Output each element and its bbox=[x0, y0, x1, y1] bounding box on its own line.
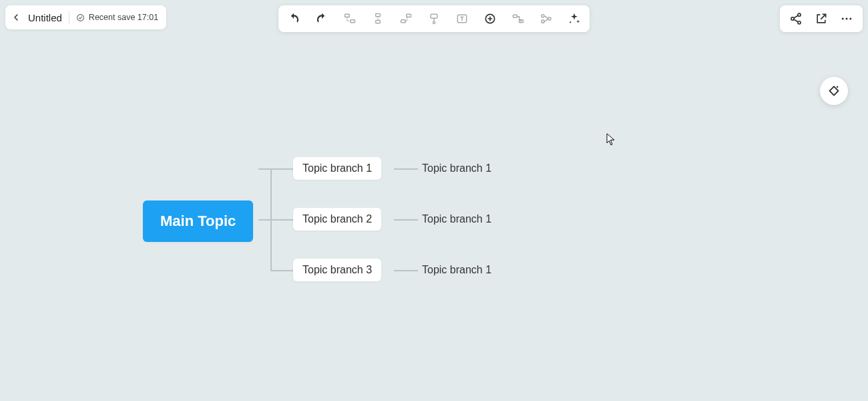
branch-node-2[interactable]: Topic branch 2 bbox=[293, 208, 381, 231]
leaf-node-3[interactable]: Topic branch 1 bbox=[422, 264, 491, 276]
connector bbox=[258, 219, 272, 221]
leaf-node-2[interactable]: Topic branch 1 bbox=[422, 213, 491, 225]
branch-node-3[interactable]: Topic branch 3 bbox=[293, 259, 381, 281]
connector bbox=[394, 219, 418, 221]
cursor-icon bbox=[606, 133, 616, 146]
leaf-node-1-label: Topic branch 1 bbox=[422, 162, 491, 174]
leaf-node-2-label: Topic branch 1 bbox=[422, 213, 491, 225]
branch-node-2-label: Topic branch 2 bbox=[302, 213, 372, 225]
root-node-label: Main Topic bbox=[160, 213, 236, 229]
connector bbox=[394, 168, 418, 170]
connector bbox=[270, 219, 293, 221]
connector bbox=[394, 270, 418, 271]
leaf-node-3-label: Topic branch 1 bbox=[422, 264, 491, 275]
mindmap-canvas[interactable]: Main Topic Topic branch 1 Topic branch 2… bbox=[0, 0, 868, 401]
branch-node-1-label: Topic branch 1 bbox=[302, 162, 372, 174]
branch-node-3-label: Topic branch 3 bbox=[302, 264, 372, 275]
connector bbox=[258, 168, 272, 170]
root-node[interactable]: Main Topic bbox=[143, 200, 253, 242]
leaf-node-1[interactable]: Topic branch 1 bbox=[422, 162, 491, 174]
branch-node-1[interactable]: Topic branch 1 bbox=[293, 157, 381, 180]
connector bbox=[270, 168, 293, 170]
connector bbox=[270, 270, 293, 271]
